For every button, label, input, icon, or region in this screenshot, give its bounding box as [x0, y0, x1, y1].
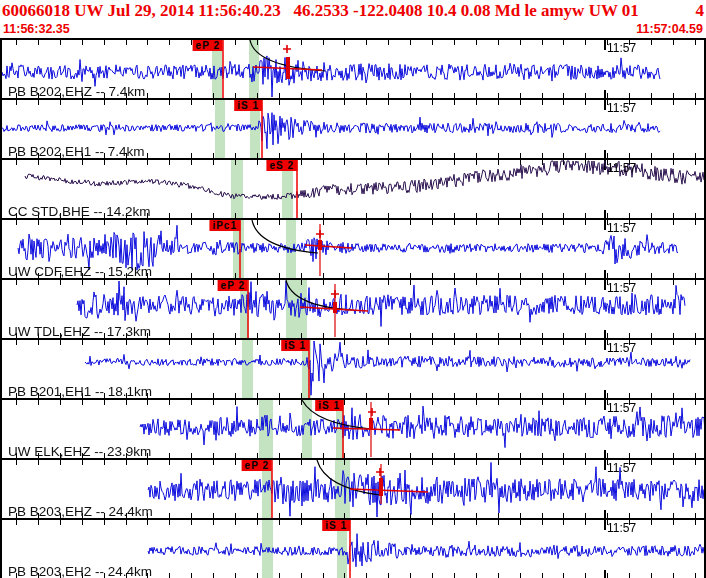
minute-tick-label: 11:57 [607, 41, 636, 55]
event-header: 60066018 UW Jul 29, 2014 11:56:40.23 46.… [0, 0, 706, 22]
phase-pick-flag[interactable]: iS 1 [281, 340, 309, 351]
seismogram-panel[interactable]: eP 211:57PB B202,EHZ -- 7.4km [0, 38, 706, 98]
window-end-time: 11:57:04.59 [636, 22, 703, 38]
phase-pick-flag[interactable]: iS 1 [322, 520, 350, 531]
minute-tick-label: 11:57 [607, 161, 636, 175]
seismogram-panel[interactable]: iPc111:57UW CDF,EHZ -- 15.2km [0, 218, 706, 278]
seismogram-panel[interactable]: eP 211:57UW TDL,EHZ -- 17.3km [0, 278, 706, 338]
station-label: CC STD,BHE -- 14.2km [8, 204, 151, 219]
minute-tick-label: 11:57 [607, 101, 636, 115]
station-label: PB B201,EH1 -- 18.1km [8, 384, 152, 399]
seismogram-panel[interactable]: eP 211:57PB B203,EHZ -- 24.4km [0, 458, 706, 518]
minute-tick-label: 11:57 [607, 521, 636, 535]
phase-pick-flag[interactable]: iPc1 [209, 220, 240, 231]
time-window-row: 11:56:32.35 11:57:04.59 [0, 22, 706, 38]
station-label: UW TDL,EHZ -- 17.3km [8, 324, 151, 339]
phase-pick-flag[interactable]: eP 2 [242, 460, 272, 471]
phase-pick-flag[interactable]: eP 2 [193, 40, 223, 51]
station-label: PB B202,EHZ -- 7.4km [8, 84, 145, 99]
event-flag: 4 [696, 0, 705, 22]
phase-pick-flag[interactable]: iS 1 [315, 400, 343, 411]
phase-pick-flag[interactable]: eP 2 [218, 280, 248, 291]
window-start-time: 11:56:32.35 [3, 22, 70, 38]
minute-tick-label: 11:57 [607, 341, 636, 355]
minute-tick-label: 11:57 [607, 401, 636, 415]
station-label: PB B203,EHZ -- 24.4km [8, 504, 153, 519]
event-summary-text: 60066018 UW Jul 29, 2014 11:56:40.23 46.… [2, 0, 639, 22]
station-label: PB B203,EH2 -- 24.4km [8, 564, 152, 578]
minute-tick-label: 11:57 [607, 221, 636, 235]
minute-tick-label: 11:57 [607, 461, 636, 475]
station-label: UW CDF,EHZ -- 15.2km [8, 264, 152, 279]
seismogram-panel[interactable]: eS 211:57CC STD,BHE -- 14.2km [0, 158, 706, 218]
seismogram-panel[interactable]: iS 111:57PB B203,EH2 -- 24.4km [0, 518, 706, 578]
station-label: PB B202,EH1 -- 7.4km [8, 144, 145, 159]
phase-pick-flag[interactable]: eS 2 [266, 160, 297, 171]
station-label: UW ELK,EHZ -- 23.9km [8, 444, 151, 459]
minute-tick-label: 11:57 [607, 281, 636, 295]
seismogram-panel[interactable]: iS 111:57UW ELK,EHZ -- 23.9km [0, 398, 706, 458]
waveform-panel-stack: eP 211:57PB B202,EHZ -- 7.4kmiS 111:57PB… [0, 38, 706, 578]
seismogram-panel[interactable]: iS 111:57PB B201,EH1 -- 18.1km [0, 338, 706, 398]
phase-pick-flag[interactable]: iS 1 [234, 100, 262, 111]
seismogram-panel[interactable]: iS 111:57PB B202,EH1 -- 7.4km [0, 98, 706, 158]
